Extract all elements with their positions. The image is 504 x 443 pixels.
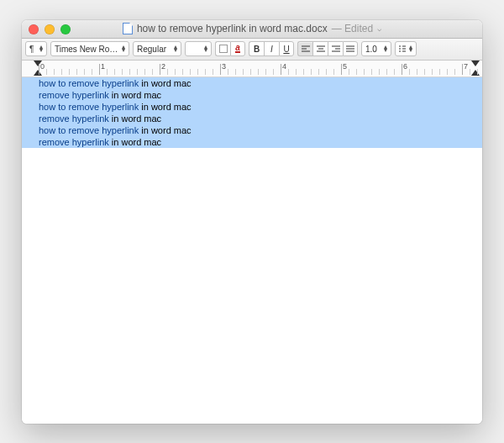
align-group (297, 41, 358, 56)
align-center-icon (317, 45, 325, 53)
stepper-icon: ▴▾ (409, 45, 412, 52)
underline-icon: U (283, 45, 289, 54)
align-left-icon (302, 45, 310, 53)
font-family-value: Times New Rom… (55, 45, 118, 54)
window-controls (29, 24, 71, 34)
document-line[interactable]: how to remove hyperlink in word mac (22, 77, 482, 89)
stepper-icon: ▴▾ (174, 45, 177, 52)
paragraph-style-select[interactable]: ¶ ▴▾ (25, 41, 47, 56)
document-line[interactable]: remove hyperlink in word mac (22, 113, 482, 124)
document-line[interactable]: how to remove hyperlink in word mac (22, 124, 482, 136)
document-line[interactable]: remove hyperlink in word mac (22, 136, 482, 148)
align-justify-icon (346, 45, 354, 53)
stepper-icon: ▴▾ (384, 45, 387, 52)
plain-text: in word mac (109, 90, 161, 100)
ruler-number: 3 (222, 62, 226, 71)
ruler-number: 2 (161, 62, 165, 71)
minimize-icon[interactable] (45, 24, 55, 34)
line-spacing-value: 1.0 (365, 45, 377, 54)
document-icon (123, 23, 133, 34)
list-style-select[interactable]: ▴▾ (395, 41, 417, 56)
style-group: B I U (249, 41, 294, 56)
document-title: how to remove hyperlink in word mac.docx (137, 23, 328, 34)
ruler-number: 5 (343, 62, 347, 71)
title-area[interactable]: how to remove hyperlink in word mac.docx… (123, 23, 381, 34)
plain-text: in word mac (139, 102, 191, 112)
edited-status: — Edited (332, 23, 373, 34)
align-right-icon (332, 45, 340, 53)
titlebar[interactable]: how to remove hyperlink in word mac.docx… (22, 20, 482, 39)
hyperlink[interactable]: remove hyperlink (39, 137, 109, 147)
bold-button[interactable]: B (249, 41, 264, 56)
line-spacing-select[interactable]: 1.0 ▴▾ (361, 41, 391, 56)
hyperlink[interactable]: remove hyperlink (39, 90, 109, 100)
stepper-icon: ▴▾ (204, 45, 207, 52)
font-size-select[interactable]: ▴▾ (185, 41, 212, 56)
document-line[interactable]: remove hyperlink in word mac (22, 89, 482, 101)
ruler-number: 7 (464, 62, 468, 71)
italic-icon: I (270, 45, 273, 54)
plain-text: in word mac (139, 125, 191, 135)
fill-color-button[interactable] (215, 41, 230, 56)
align-justify-button[interactable] (343, 41, 358, 56)
align-left-button[interactable] (297, 41, 312, 56)
text-selection: how to remove hyperlink in word macremov… (22, 77, 482, 148)
list-icon (399, 45, 406, 53)
bold-icon: B (254, 45, 260, 54)
hyperlink[interactable]: how to remove hyperlink (39, 125, 139, 135)
ruler-number: 0 (40, 62, 45, 71)
italic-button[interactable]: I (264, 41, 279, 56)
plain-text: in word mac (109, 113, 161, 124)
ruler-number: 1 (101, 62, 105, 71)
color-group: a (215, 41, 245, 56)
close-icon[interactable] (29, 24, 39, 34)
hyperlink[interactable]: remove hyperlink (39, 113, 109, 124)
paragraph-icon: ¶ (29, 45, 34, 54)
ruler-number: 4 (282, 62, 286, 71)
right-indent-icon[interactable] (471, 61, 480, 66)
font-weight-select[interactable]: Regular ▴▾ (133, 41, 181, 56)
stepper-icon: ▴▾ (39, 45, 43, 52)
chevron-down-icon[interactable]: ⌵ (377, 24, 381, 33)
plain-text: in word mac (109, 137, 161, 147)
ruler-number: 6 (403, 62, 407, 71)
align-right-button[interactable] (328, 41, 343, 56)
font-weight-value: Regular (137, 45, 166, 54)
font-family-select[interactable]: Times New Rom… ▴▾ (50, 41, 129, 56)
document-line[interactable]: how to remove hyperlink in word mac (22, 101, 482, 113)
document-body[interactable]: how to remove hyperlink in word macremov… (22, 77, 482, 424)
zoom-icon[interactable] (60, 24, 71, 34)
hyperlink[interactable]: how to remove hyperlink (39, 78, 139, 88)
right-tab-icon[interactable] (471, 70, 480, 76)
hyperlink[interactable]: how to remove hyperlink (39, 102, 139, 112)
plain-text: in word mac (139, 78, 191, 88)
text-color-icon: a (235, 45, 240, 53)
stepper-icon: ▴▾ (122, 45, 125, 52)
underline-button[interactable]: U (279, 41, 294, 56)
left-tab-icon[interactable] (34, 70, 42, 76)
text-color-button[interactable]: a (230, 41, 245, 56)
horizontal-ruler[interactable]: 01234567 (22, 61, 482, 77)
fill-swatch-icon (219, 45, 228, 53)
app-window: how to remove hyperlink in word mac.docx… (22, 20, 482, 424)
format-toolbar: ¶ ▴▾ Times New Rom… ▴▾ Regular ▴▾ ▴▾ a B… (22, 39, 482, 61)
align-center-button[interactable] (312, 41, 328, 56)
